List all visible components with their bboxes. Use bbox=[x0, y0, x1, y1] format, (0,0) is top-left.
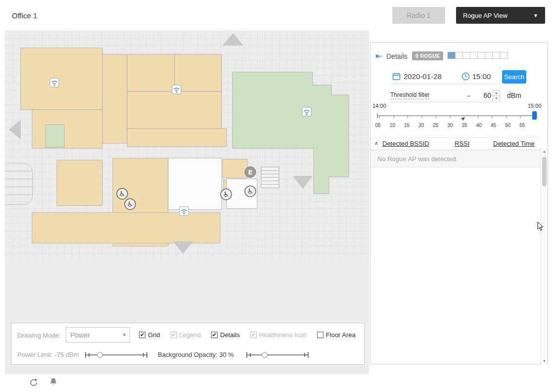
progress-segment bbox=[492, 52, 500, 59]
threshold-filter-label: Threshold filter bbox=[390, 91, 429, 99]
slider-tick-labels: 0510152025303540455055 bbox=[373, 123, 527, 128]
checkbox-box[interactable]: ✔ bbox=[211, 332, 218, 338]
tick-label: 10 bbox=[388, 123, 397, 128]
checkbox-box[interactable] bbox=[317, 332, 323, 338]
checkbox-label: Legend bbox=[180, 331, 201, 339]
notification-bell-icon[interactable] bbox=[48, 377, 58, 387]
checkbox-label: Floor Area bbox=[326, 331, 356, 339]
wheelchair-icon bbox=[117, 188, 128, 199]
column-detected-bssid[interactable]: Detected BSSID bbox=[382, 140, 429, 147]
tick-label: 15 bbox=[402, 123, 411, 128]
progress-segment bbox=[477, 52, 485, 59]
datetime-row: 2020-01-28 15:00 bbox=[390, 69, 500, 84]
time-slider-track[interactable] bbox=[370, 112, 541, 123]
refresh-icon[interactable] bbox=[29, 378, 39, 388]
progress-segment bbox=[455, 52, 463, 59]
time-slider-handle[interactable] bbox=[532, 111, 537, 120]
checkbox-group: ✔Grid✔Legend✔Details✔Healthiness IconFlo… bbox=[139, 327, 356, 343]
empty-message: No Rogue AP was detected. bbox=[377, 155, 458, 163]
collapse-panel-icon[interactable]: ⇤ bbox=[375, 51, 382, 61]
tick-label: 25 bbox=[431, 123, 440, 128]
tick-label: 05 bbox=[373, 123, 382, 128]
stairs-icon bbox=[261, 167, 279, 188]
threshold-spinner: ▲ ▼ bbox=[493, 90, 500, 101]
rogue-count-badge: 0 ROGUE bbox=[412, 51, 443, 60]
details-scrollbar[interactable]: ▲ ▼ bbox=[541, 148, 548, 365]
view-mode-dropdown[interactable]: Rogue AP View ▼ bbox=[456, 7, 545, 24]
slider-start-label: 14:00 bbox=[372, 103, 386, 109]
chevron-down-icon: ▾ bbox=[123, 332, 126, 338]
drawing-mode-value: Power bbox=[70, 331, 90, 339]
threshold-row: Threshold filter – ▲ ▼ bbox=[390, 89, 500, 102]
background-opacity-slider[interactable] bbox=[245, 350, 310, 360]
radio-button[interactable]: Radio 1 bbox=[392, 7, 445, 24]
scrollbar-thumb[interactable] bbox=[542, 157, 547, 186]
floor-title: Office 1 bbox=[12, 11, 37, 20]
ap-icon[interactable] bbox=[50, 78, 59, 87]
threshold-input[interactable] bbox=[474, 91, 491, 99]
checkbox-box: ✔ bbox=[250, 332, 257, 338]
threshold-unit: dBm bbox=[507, 91, 521, 99]
column-detected-time[interactable]: Detected Time bbox=[493, 140, 535, 147]
spinner-down-icon[interactable]: ▼ bbox=[493, 96, 500, 101]
threshold-dash: – bbox=[467, 92, 470, 99]
progress-segment bbox=[470, 52, 478, 59]
search-button[interactable]: Search bbox=[502, 70, 526, 84]
tick-label: 50 bbox=[504, 123, 512, 128]
slider-end-label: 15:00 bbox=[528, 103, 542, 109]
checkbox-legend: ✔Legend bbox=[171, 331, 201, 339]
power-limit-slider-handle[interactable] bbox=[97, 352, 103, 358]
background-opacity-label: Background Opacity: 30 % bbox=[158, 351, 234, 358]
progress-segment bbox=[462, 52, 470, 59]
scroll-up-icon[interactable]: ▲ bbox=[541, 149, 548, 154]
drawing-controls-panel: Drawing Mode: Power ▾ ✔Grid✔Legend✔Detai… bbox=[11, 323, 365, 365]
details-panel: ⇤ Details 0 ROGUE 2020-01-28 15:00 Searc… bbox=[370, 42, 548, 364]
elevator-icon: E bbox=[245, 167, 256, 177]
ap-icon[interactable] bbox=[172, 85, 181, 94]
clock-icon bbox=[461, 72, 470, 81]
checkbox-details[interactable]: ✔Details bbox=[211, 331, 240, 339]
checkbox-label: Grid bbox=[148, 331, 160, 339]
tick-label: 35 bbox=[460, 123, 469, 128]
tick-label: 30 bbox=[446, 123, 455, 128]
column-rssi[interactable]: RSSI bbox=[455, 140, 469, 147]
power-limit-slider[interactable] bbox=[84, 350, 149, 360]
calendar-icon bbox=[392, 72, 401, 81]
checkbox-grid[interactable]: ✔Grid bbox=[139, 331, 160, 339]
tick-label: 55 bbox=[518, 123, 527, 128]
power-limit-label: Power Limit: -75 dBm bbox=[17, 351, 79, 358]
progress-segments bbox=[448, 52, 507, 59]
view-mode-label: Rogue AP View bbox=[463, 12, 507, 19]
progress-segment bbox=[448, 52, 456, 59]
chevron-down-icon: ▼ bbox=[533, 13, 538, 18]
details-title: Details bbox=[386, 52, 408, 60]
rogue-table-header: ∧ Detected BSSID RSSI Detected Time bbox=[370, 137, 541, 150]
tick-label: 20 bbox=[417, 123, 426, 128]
empty-table-row: No Rogue AP was detected. bbox=[370, 151, 541, 168]
background-opacity-slider-handle[interactable] bbox=[262, 352, 268, 358]
progress-segment bbox=[485, 52, 493, 59]
svg-text:E: E bbox=[248, 169, 253, 176]
checkbox-floor-area[interactable]: Floor Area bbox=[317, 331, 356, 339]
floor-map-area[interactable]: ♿ bbox=[5, 31, 369, 374]
scroll-down-icon[interactable]: ▼ bbox=[541, 359, 548, 363]
date-field[interactable]: 2020-01-28 bbox=[404, 72, 442, 81]
checkbox-box[interactable]: ✔ bbox=[139, 332, 145, 338]
wheelchair-icon bbox=[245, 186, 256, 197]
wheelchair-icon bbox=[221, 189, 231, 200]
tick-label: 45 bbox=[489, 123, 498, 128]
checkbox-box: ✔ bbox=[171, 332, 177, 338]
drawing-mode-select[interactable]: Power ▾ bbox=[66, 327, 130, 343]
time-slider-marker bbox=[461, 118, 465, 121]
time-field[interactable]: 15:00 bbox=[472, 72, 491, 81]
spinner-up-icon[interactable]: ▲ bbox=[493, 90, 500, 96]
checkbox-healthiness-icon: ✔Healthiness Icon bbox=[250, 331, 307, 339]
ap-icon[interactable] bbox=[302, 107, 311, 116]
drawing-mode-label: Drawing Mode: bbox=[17, 332, 60, 339]
checkbox-label: Details bbox=[220, 331, 240, 339]
sort-caret-icon[interactable]: ∧ bbox=[374, 140, 378, 146]
tick-label: 40 bbox=[474, 123, 483, 128]
progress-segment bbox=[500, 52, 507, 59]
wheelchair-icon bbox=[125, 199, 136, 210]
ap-icon[interactable] bbox=[180, 207, 188, 216]
